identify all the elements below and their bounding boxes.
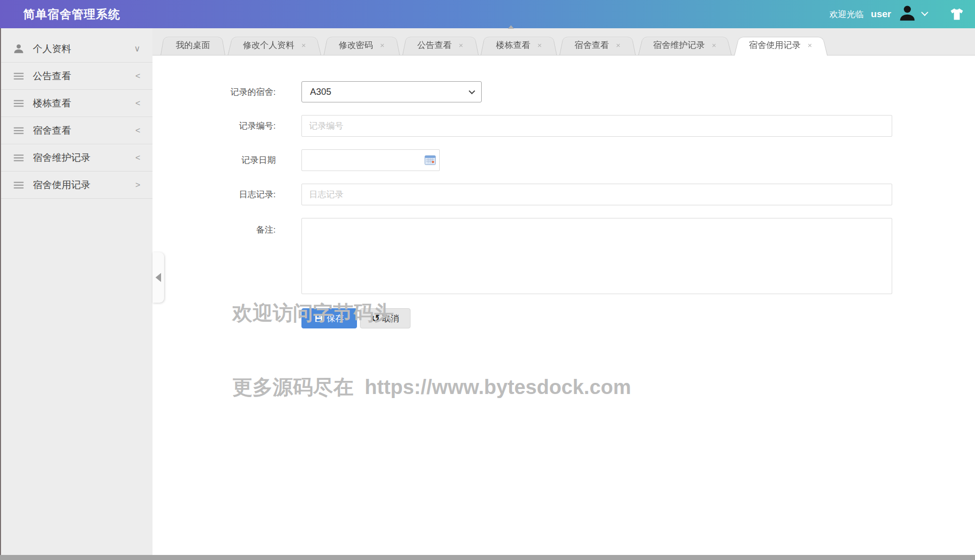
sidebar-item-buildings[interactable]: 楼栋查看 < xyxy=(0,90,152,117)
close-icon[interactable]: × xyxy=(808,41,812,49)
tab-edit-profile[interactable]: 修改个人资料 × xyxy=(228,35,321,55)
log-input[interactable] xyxy=(301,184,892,205)
sidebar-collapse-handle[interactable] xyxy=(152,252,164,303)
dorm-select[interactable]: A305 xyxy=(301,81,482,102)
sidebar: 个人资料 ∨ 公告查看 < 楼栋查看 < 宿舍查看 < xyxy=(0,28,152,555)
header-right: 欢迎光临 user xyxy=(830,0,964,28)
record-date-field xyxy=(301,149,440,171)
list-icon xyxy=(13,71,25,82)
list-icon xyxy=(13,152,25,163)
sidebar-item-label: 楼栋查看 xyxy=(33,97,71,110)
cancel-button[interactable]: ↺ 取消 xyxy=(360,308,410,328)
tab-content-usage-record-form: 记录的宿舍: A305 记录编号: 记录日期 xyxy=(152,55,975,555)
tab-label: 宿舍维护记录 xyxy=(653,39,705,51)
chevron-left-icon: < xyxy=(135,153,140,163)
window-left-edge xyxy=(0,28,1,555)
sidebar-item-label: 宿舍查看 xyxy=(33,124,71,137)
avatar-icon[interactable] xyxy=(898,4,916,24)
close-icon[interactable]: × xyxy=(616,41,621,49)
close-icon[interactable]: × xyxy=(459,41,464,49)
sidebar-item-dorms[interactable]: 宿舍查看 < xyxy=(0,117,152,144)
save-floppy-icon xyxy=(315,314,323,322)
sidebar-item-label: 宿舍维护记录 xyxy=(33,151,90,164)
calendar-icon[interactable] xyxy=(425,155,436,167)
sidebar-item-label: 宿舍使用记录 xyxy=(33,179,90,192)
sidebar-item-announcements[interactable]: 公告查看 < xyxy=(0,63,152,90)
user-icon xyxy=(13,43,25,54)
welcome-text: 欢迎光临 xyxy=(830,9,864,20)
chevron-left-icon: < xyxy=(135,126,140,136)
undo-icon: ↺ xyxy=(372,313,380,323)
record-date-label: 记录日期 xyxy=(152,154,276,166)
remark-label: 备注: xyxy=(152,218,276,236)
close-icon[interactable]: × xyxy=(712,41,716,49)
app-window: 简单宿舍管理系统 欢迎光临 user 个人资料 ∨ 公告查看 xyxy=(0,0,975,560)
sidebar-item-label: 公告查看 xyxy=(33,70,71,83)
tab-label: 公告查看 xyxy=(418,39,452,51)
list-icon xyxy=(13,125,25,136)
dorm-label: 记录的宿舍: xyxy=(152,86,276,98)
tab-buildings[interactable]: 楼栋查看 × xyxy=(481,35,557,55)
chevron-right-icon: > xyxy=(135,180,140,190)
form-row-remark: 备注: xyxy=(152,218,975,294)
sidebar-item-profile[interactable]: 个人资料 ∨ xyxy=(0,35,152,63)
tab-label: 修改个人资料 xyxy=(243,39,294,51)
chevron-down-icon: ∨ xyxy=(134,43,140,54)
tab-label: 宿舍使用记录 xyxy=(749,39,801,51)
tab-change-password[interactable]: 修改密码 × xyxy=(324,35,400,55)
record-date-input[interactable] xyxy=(301,149,440,171)
tab-dorms[interactable]: 宿舍查看 × xyxy=(559,35,636,55)
form-row-record-no: 记录编号: xyxy=(152,115,975,137)
scroll-up-indicator xyxy=(508,25,514,29)
dorm-select-value: A305 xyxy=(310,87,331,97)
tab-usage-records[interactable]: 宿舍使用记录 × xyxy=(734,35,828,55)
list-icon xyxy=(13,98,25,109)
remark-textarea[interactable] xyxy=(301,218,892,294)
form-row-log: 日志记录: xyxy=(152,184,975,205)
save-button-label: 保存 xyxy=(327,313,344,324)
sidebar-item-usage-records[interactable]: 宿舍使用记录 > xyxy=(0,172,152,199)
list-icon xyxy=(13,180,25,191)
cancel-button-label: 取消 xyxy=(382,313,399,324)
chevron-down-icon xyxy=(469,88,475,94)
form-row-dorm: 记录的宿舍: A305 xyxy=(152,81,975,102)
log-label: 日志记录: xyxy=(152,189,276,200)
tab-label: 修改密码 xyxy=(339,39,373,51)
watermark-line2: 更多源码尽在 https://www.bytesdock.com xyxy=(232,375,631,400)
close-icon[interactable]: × xyxy=(301,41,306,49)
tab-label: 宿舍查看 xyxy=(575,39,609,51)
tab-label: 我的桌面 xyxy=(176,39,210,51)
window-bottom-edge xyxy=(0,555,975,560)
theme-tshirt-icon[interactable] xyxy=(950,8,964,21)
record-no-input[interactable] xyxy=(301,115,892,137)
chevron-left-icon: < xyxy=(135,98,140,108)
close-icon[interactable]: × xyxy=(537,41,542,49)
usage-record-form: 记录的宿舍: A305 记录编号: 记录日期 xyxy=(152,55,975,328)
save-button[interactable]: 保存 xyxy=(301,308,357,328)
close-icon[interactable]: × xyxy=(380,41,385,49)
header-bar: 简单宿舍管理系统 欢迎光临 user xyxy=(0,0,975,28)
chevron-left-icon: < xyxy=(135,71,140,81)
username-text: user xyxy=(871,9,891,20)
tab-announcements[interactable]: 公告查看 × xyxy=(402,35,479,55)
record-no-label: 记录编号: xyxy=(152,120,276,132)
sidebar-item-label: 个人资料 xyxy=(33,42,71,55)
tab-maintenance-records[interactable]: 宿舍维护记录 × xyxy=(638,35,732,55)
form-buttons: 保存 ↺ 取消 xyxy=(301,308,975,328)
app-title: 简单宿舍管理系统 xyxy=(23,7,120,22)
tab-label: 楼栋查看 xyxy=(496,39,530,51)
chevron-left-icon xyxy=(156,273,161,282)
form-row-record-date: 记录日期 xyxy=(152,149,975,171)
tab-my-desktop[interactable]: 我的桌面 xyxy=(161,35,225,55)
sidebar-item-maintenance-records[interactable]: 宿舍维护记录 < xyxy=(0,144,152,172)
tab-bar: 我的桌面 修改个人资料 × 修改密码 × 公告查看 × 楼栋查看 × 宿舍查看 … xyxy=(152,28,975,55)
chevron-down-icon[interactable] xyxy=(921,9,928,16)
